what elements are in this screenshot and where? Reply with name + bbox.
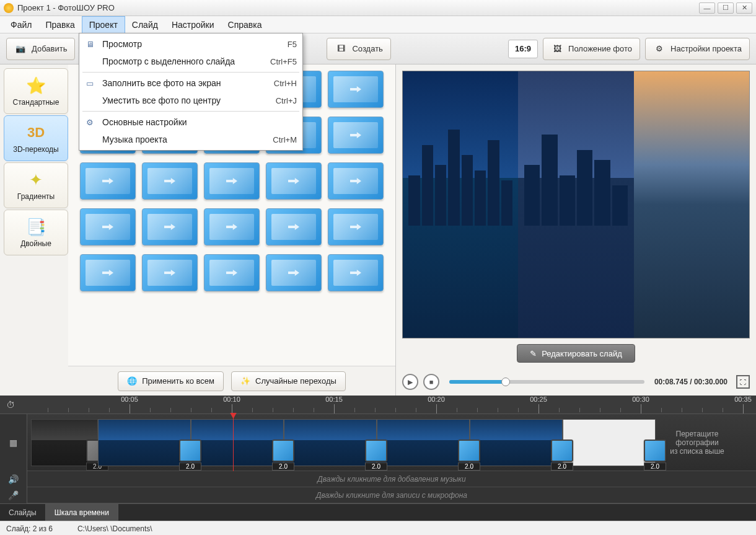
globe-icon: 🌐 bbox=[127, 376, 137, 386]
transition-duration: 2.0 bbox=[551, 462, 573, 471]
transition-thumb[interactable] bbox=[328, 117, 384, 154]
audio-track[interactable]: 🔊 Дважды кликните для добавления музыки bbox=[0, 471, 756, 487]
menu-slide[interactable]: Слайд bbox=[125, 16, 165, 33]
timeline-slide[interactable]: 2.0 bbox=[191, 419, 284, 466]
menu-edit[interactable]: Правка bbox=[38, 16, 81, 33]
timecode: 00:08.745 / 00:30.000 bbox=[654, 378, 727, 386]
pencil-icon: ✎ bbox=[530, 349, 537, 358]
tick-label: 00:15 bbox=[325, 396, 343, 403]
timeline-slide[interactable]: 2.0 bbox=[470, 419, 563, 466]
add-button[interactable]: 📷 Добавить bbox=[6, 38, 75, 60]
photo-position-button[interactable]: 🖼 Положение фото bbox=[543, 38, 640, 60]
menu-bar: Файл Правка Проект Слайд Настройки Справ… bbox=[0, 16, 756, 33]
transition-duration: 2.0 bbox=[365, 462, 387, 471]
random-transitions-button[interactable]: ✨ Случайные переходы bbox=[231, 371, 346, 391]
mic-icon: 🎤 bbox=[0, 487, 27, 503]
transition-thumb[interactable] bbox=[266, 254, 322, 291]
transition-duration: 2.0 bbox=[272, 462, 294, 471]
transition-thumb[interactable] bbox=[142, 254, 198, 291]
tick-label: 00:20 bbox=[428, 396, 445, 403]
menu-preview-from-slide[interactable]: Просмотр с выделенного слайда Ctrl+F5 bbox=[81, 53, 301, 70]
window-title: Проект 1 - ФотоШОУ PRO bbox=[17, 3, 699, 12]
transition-badge[interactable] bbox=[272, 440, 294, 462]
photo-icon: 🖼 bbox=[551, 43, 563, 55]
time-ruler[interactable]: ⏱ 00:0500:1000:1500:2000:2500:3000:35 bbox=[0, 396, 756, 414]
3d-icon: 3D bbox=[26, 123, 46, 143]
category-gradients[interactable]: ✦ Градиенты bbox=[4, 162, 68, 208]
mic-track[interactable]: 🎤 Дважды кликните для записи с микрофона bbox=[0, 487, 756, 503]
menu-preview[interactable]: 🖥 Просмотр F5 bbox=[81, 35, 301, 53]
app-icon bbox=[4, 3, 14, 13]
fill-icon: ▭ bbox=[82, 77, 97, 89]
transition-thumb[interactable] bbox=[204, 162, 260, 200]
preview-frame-a bbox=[403, 71, 518, 338]
tick-label: 00:10 bbox=[223, 396, 240, 403]
timeline-slide[interactable]: 2.0 bbox=[377, 419, 470, 466]
stop-button[interactable]: ■ bbox=[423, 374, 439, 390]
maximize-button[interactable]: ☐ bbox=[718, 2, 734, 14]
transition-thumb[interactable] bbox=[80, 162, 136, 200]
transition-thumb[interactable] bbox=[328, 162, 384, 200]
tick-label: 00:30 bbox=[632, 396, 649, 403]
category-double[interactable]: 📑 Двойные bbox=[4, 210, 68, 255]
menu-settings[interactable]: Настройки bbox=[165, 16, 221, 33]
transition-badge[interactable] bbox=[458, 440, 480, 462]
apply-to-all-button[interactable]: 🌐 Применить ко всем bbox=[118, 371, 224, 391]
double-icon: 📑 bbox=[26, 217, 46, 237]
timeline-slide[interactable]: 2.0 bbox=[284, 419, 377, 466]
project-settings-button[interactable]: ⚙ Настройки проекта bbox=[645, 38, 750, 60]
wand-icon: ✨ bbox=[240, 376, 250, 386]
menu-fill-screen[interactable]: ▭ Заполнить все фото на экран Ctrl+H bbox=[81, 74, 301, 92]
fullscreen-button[interactable]: ⛶ bbox=[736, 375, 750, 389]
transition-thumb[interactable] bbox=[266, 208, 322, 245]
transition-thumb[interactable] bbox=[328, 254, 384, 291]
transition-duration: 2.0 bbox=[644, 462, 666, 471]
status-bar: Слайд: 2 из 6 C:\Users\ \Documents\ bbox=[0, 521, 756, 535]
timeline-slide[interactable]: 2.0 bbox=[563, 419, 656, 466]
gear-icon: ⚙ bbox=[653, 43, 666, 55]
transition-thumb[interactable] bbox=[142, 162, 198, 200]
seek-bar[interactable] bbox=[449, 380, 644, 384]
category-tabs: ⭐ Стандартные 3D 3D-переходы ✦ Градиенты… bbox=[0, 64, 68, 396]
transition-badge[interactable] bbox=[551, 440, 573, 462]
tab-slides[interactable]: Слайды bbox=[0, 504, 46, 521]
transition-thumb[interactable] bbox=[266, 162, 322, 200]
aspect-ratio[interactable]: 16:9 bbox=[508, 40, 538, 58]
transition-thumb[interactable] bbox=[328, 71, 384, 108]
menu-fit-center[interactable]: Уместить все фото по центру Ctrl+J bbox=[81, 92, 301, 109]
tab-timeline[interactable]: Шкала времени bbox=[46, 504, 118, 521]
project-menu-dropdown: 🖥 Просмотр F5 Просмотр с выделенного сла… bbox=[79, 33, 303, 151]
close-button[interactable]: ✕ bbox=[736, 2, 752, 14]
menu-project-music[interactable]: Музыка проекта Ctrl+M bbox=[81, 131, 301, 148]
menu-separator bbox=[82, 111, 299, 112]
timeline-slide[interactable]: 2.0 bbox=[98, 419, 191, 466]
preview-panel: ✎ Редактировать слайд ▶ ■ 00:08.745 / 00… bbox=[396, 64, 756, 396]
minimize-button[interactable]: — bbox=[699, 2, 715, 14]
gear-icon: ⚙ bbox=[82, 116, 97, 128]
timeline-slide[interactable]: 2.0 bbox=[31, 419, 98, 466]
transition-thumb[interactable] bbox=[80, 208, 136, 245]
menu-separator bbox=[82, 72, 299, 73]
menu-project[interactable]: Проект bbox=[82, 16, 125, 33]
timeline-tabs: Слайды Шкала времени bbox=[0, 503, 756, 521]
transition-badge[interactable] bbox=[179, 440, 201, 462]
transition-thumb[interactable] bbox=[204, 254, 260, 291]
tick-label: 00:35 bbox=[734, 396, 752, 403]
clock-icon: ⏱ bbox=[0, 400, 21, 410]
transition-thumb[interactable] bbox=[328, 208, 384, 245]
slides-track[interactable]: ▦ 2.02.02.02.02.02.02.0 Перетащите фотог… bbox=[0, 414, 756, 471]
play-button[interactable]: ▶ bbox=[402, 374, 418, 390]
edit-slide-button[interactable]: ✎ Редактировать слайд bbox=[517, 344, 635, 363]
transition-thumb[interactable] bbox=[204, 208, 260, 245]
playhead[interactable] bbox=[233, 414, 234, 471]
transition-badge[interactable] bbox=[365, 440, 387, 462]
menu-main-settings[interactable]: ⚙ Основные настройки bbox=[81, 113, 301, 131]
category-3d[interactable]: 3D 3D-переходы bbox=[4, 115, 68, 161]
create-button[interactable]: 🎞 Создать bbox=[327, 38, 390, 60]
category-standard[interactable]: ⭐ Стандартные bbox=[4, 68, 68, 114]
menu-help[interactable]: Справка bbox=[221, 16, 269, 33]
transition-thumb[interactable] bbox=[142, 208, 198, 245]
transition-badge[interactable] bbox=[644, 440, 666, 462]
menu-file[interactable]: Файл bbox=[4, 16, 38, 33]
transition-thumb[interactable] bbox=[80, 254, 136, 291]
